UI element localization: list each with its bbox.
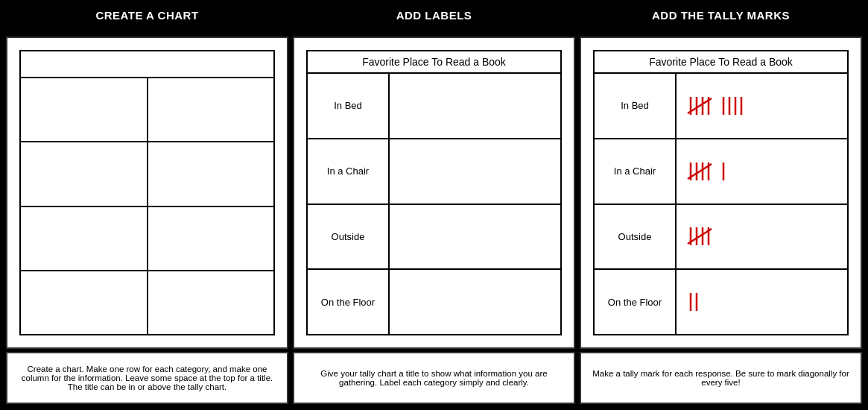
empty-chart-cell	[148, 142, 274, 205]
empty-chart-row	[21, 207, 273, 271]
tally-2-svg	[687, 290, 703, 314]
panel3-data-2	[677, 205, 847, 269]
panel3-row-3: On the Floor	[595, 270, 847, 334]
panel3-row-2: Outside	[595, 205, 847, 271]
tally-marks-2	[687, 290, 703, 314]
panel3-chart-title: Favorite Place To Read a Book	[595, 51, 847, 74]
panel2-row-1: In a Chair	[308, 139, 560, 205]
panel2-data-3	[390, 270, 560, 334]
panel2-chart-title: Favorite Place To Read a Book	[308, 51, 560, 74]
tally-5b-svg	[687, 160, 715, 183]
panel1: Create a chart. Make one row for each ca…	[6, 37, 288, 404]
tally-chart-labels: Favorite Place To Read a Book In Bed In …	[306, 50, 562, 335]
panel3-data-3	[677, 270, 847, 334]
panel2-chart-rows: In Bed In a Chair Outside On the Floor	[308, 74, 560, 334]
headers-row: CREATE A CHART ADD LABELS ADD THE TALLY …	[0, 0, 868, 31]
panel2-row-0: In Bed	[308, 74, 560, 139]
empty-chart	[19, 50, 275, 335]
panel2-row-2: Outside	[308, 205, 560, 271]
header-col1: CREATE A CHART	[6, 0, 288, 31]
empty-chart-cell	[21, 207, 148, 270]
panel2-footer: Give your tally chart a title to show wh…	[293, 352, 575, 404]
panel3-label-2: Outside	[595, 205, 677, 269]
panel3-label-1: In a Chair	[595, 139, 677, 204]
empty-chart-row	[21, 271, 273, 334]
tally-5c-svg	[687, 224, 715, 248]
tally-1-svg	[720, 160, 732, 183]
panel2-row-3: On the Floor	[308, 270, 560, 334]
empty-chart-cell	[148, 207, 274, 270]
panel3-data-1	[677, 139, 847, 204]
header-col2: ADD LABELS	[293, 0, 575, 31]
empty-chart-row	[21, 142, 273, 206]
panel3-label-3: On the Floor	[595, 270, 677, 334]
panel2-content: Favorite Place To Read a Book In Bed In …	[293, 37, 575, 349]
panel3: Favorite Place To Read a Book In Bed	[580, 37, 862, 404]
panel3-row-1: In a Chair	[595, 139, 847, 205]
empty-chart-cell	[21, 271, 148, 334]
panel1-content	[6, 37, 288, 349]
panel1-footer: Create a chart. Make one row for each ca…	[6, 352, 288, 404]
tally-marks-6	[687, 160, 732, 183]
empty-chart-rows	[21, 78, 273, 334]
tally-4-svg	[720, 94, 748, 118]
panel3-chart-rows: In Bed	[595, 74, 847, 334]
tally-5-svg	[687, 94, 715, 118]
empty-chart-cell	[21, 142, 148, 205]
tally-chart-marks: Favorite Place To Read a Book In Bed	[593, 50, 849, 335]
header-col3: ADD THE TALLY MARKS	[580, 0, 862, 31]
panel2-label-2: Outside	[308, 205, 390, 269]
empty-chart-title-row	[21, 51, 273, 78]
empty-chart-cell	[21, 78, 148, 141]
panel2-label-0: In Bed	[308, 74, 390, 138]
panel3-content: Favorite Place To Read a Book In Bed	[580, 37, 862, 349]
empty-chart-cell	[148, 78, 274, 141]
panel2-label-3: On the Floor	[308, 270, 390, 334]
panel2-data-2	[390, 205, 560, 269]
tally-marks-9	[687, 94, 748, 118]
panel3-row-0: In Bed	[595, 74, 847, 139]
panel3-data-0	[677, 74, 847, 138]
tally-marks-5	[687, 224, 715, 248]
panel3-footer: Make a tally mark for each response. Be …	[580, 352, 862, 404]
panel3-label-0: In Bed	[595, 74, 677, 138]
panel2-data-0	[390, 74, 560, 138]
main-container: Create a chart. Make one row for each ca…	[0, 31, 868, 410]
empty-chart-cell	[148, 271, 274, 334]
panel2-label-1: In a Chair	[308, 139, 390, 204]
panel2: Favorite Place To Read a Book In Bed In …	[293, 37, 575, 404]
panel2-data-1	[390, 139, 560, 204]
empty-chart-row	[21, 78, 273, 142]
